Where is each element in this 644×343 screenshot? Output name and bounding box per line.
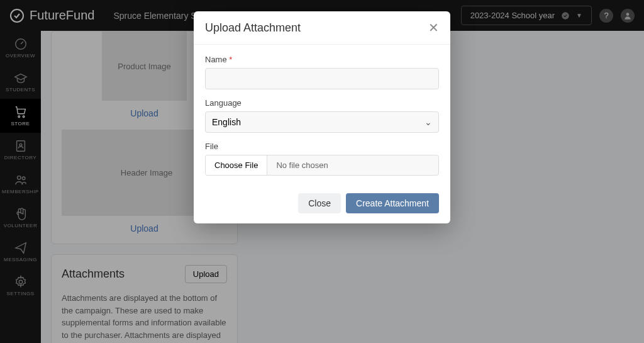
language-label: Language (205, 98, 439, 108)
close-button[interactable]: Close (298, 193, 341, 213)
file-label: File (205, 142, 439, 151)
language-value: English (212, 117, 241, 127)
name-label: Name * (205, 55, 439, 64)
choose-file-button[interactable]: Choose File (206, 155, 267, 175)
file-input-row: Choose File No file chosen (205, 155, 439, 176)
modal-title: Upload Attachment (205, 21, 301, 35)
name-input[interactable] (205, 68, 439, 89)
label-text: Name (205, 55, 227, 64)
file-status-text: No file chosen (267, 155, 336, 175)
chevron-down-icon: ⌄ (425, 117, 432, 127)
required-indicator: * (229, 55, 232, 64)
create-attachment-button[interactable]: Create Attachment (346, 193, 439, 213)
language-select[interactable]: English ⌄ (205, 111, 439, 133)
close-icon[interactable]: ✕ (428, 20, 439, 35)
upload-attachment-modal: Upload Attachment ✕ Name * Language Engl… (194, 11, 450, 223)
